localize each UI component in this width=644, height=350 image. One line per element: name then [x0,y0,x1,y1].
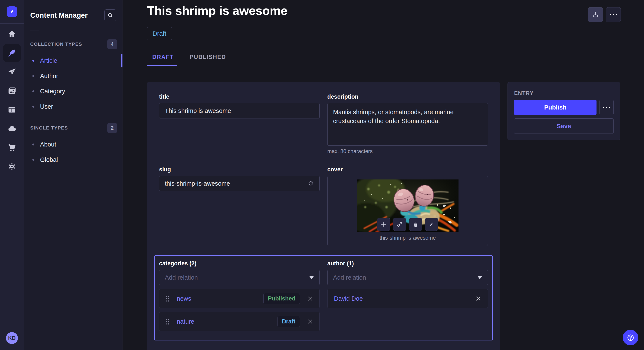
save-button[interactable]: Save [514,118,614,134]
relation-row-news: news Published [159,289,320,308]
cover-field: cover [327,166,488,246]
bullet-icon [32,75,34,77]
close-icon [475,296,481,302]
active-nav-tile [3,44,21,62]
download-button[interactable] [588,7,603,22]
refresh-icon[interactable] [308,180,314,187]
bullet-icon [32,144,34,146]
bullet-icon [32,90,34,92]
bullet-icon [32,159,34,161]
description-field-label: description [327,94,488,100]
entry-panel-title: ENTRY [514,90,614,96]
cloud-icon[interactable] [0,119,24,138]
header-actions [588,7,621,22]
send-icon[interactable] [0,62,24,81]
categories-field: categories (2) Add relation news Publish… [159,260,320,331]
single-types-count-badge: 2 [107,123,117,133]
bullet-icon [32,60,34,62]
publish-button[interactable]: Publish [514,100,596,115]
more-options-button[interactable] [606,7,621,22]
slug-field: slug this-shrimp-is-awesome [159,166,320,246]
title-input[interactable]: This shrimp is awesome [159,103,320,118]
relation-name[interactable]: nature [177,318,194,325]
chevron-down-icon [478,276,482,279]
entry-more-options-button[interactable] [600,100,614,115]
author-add-relation-select[interactable]: Add relation [327,270,488,285]
relation-name[interactable]: news [177,295,191,302]
relation-status-badge: Published [264,293,300,304]
drag-handle-icon[interactable] [166,319,169,325]
copy-link-button[interactable] [393,218,406,231]
trash-icon [412,221,419,227]
settings-gear-icon[interactable] [0,157,24,176]
marketplace-cart-icon[interactable] [0,138,24,157]
relations-highlight-box: categories (2) Add relation news Publish… [154,255,493,341]
relation-name[interactable]: David Doe [334,295,363,302]
rail-divider [0,23,24,24]
status-badge: Draft [147,27,172,40]
add-media-button[interactable] [377,218,390,231]
collection-types-count-badge: 4 [107,39,117,49]
chevron-down-icon [309,276,314,279]
cover-widget: this-shrimp-is-awesome [327,176,488,246]
sidebar-item-global[interactable]: Global [24,152,122,167]
relation-status-badge: Draft [278,316,300,327]
remove-relation-button[interactable] [307,296,313,302]
content-type-builder-icon[interactable] [0,100,24,119]
relation-row-nature: nature Draft [159,312,320,331]
remove-relation-button[interactable] [307,319,313,325]
title-field: title This shrimp is awesome [159,94,320,154]
cover-field-label: cover [327,166,488,173]
edit-media-button[interactable] [425,218,438,231]
subnav: Content Manager COLLECTION TYPES 4 Artic… [24,0,122,350]
close-icon [307,296,313,302]
title-field-label: title [159,94,320,100]
slug-input[interactable]: this-shrimp-is-awesome [159,176,320,191]
author-field-label: author (1) [327,260,488,267]
tab-draft[interactable]: DRAFT [147,54,179,64]
more-options-icon [603,107,610,108]
categories-add-relation-select[interactable]: Add relation [159,270,320,285]
sidebar-item-about[interactable]: About [24,137,122,152]
delete-media-button[interactable] [409,218,422,231]
main-content: This shrimp is awesome Draft DRAFT PUBLI… [123,0,644,350]
media-library-icon[interactable] [0,81,24,100]
active-tab-underline [147,65,177,66]
add-relation-placeholder: Add relation [165,274,198,281]
sidebar-item-user[interactable]: User [24,99,122,114]
title-input-value: This shrimp is awesome [165,107,231,114]
cover-actions [377,218,438,231]
slug-input-value: this-shrimp-is-awesome [165,180,230,187]
rail-nav [0,24,24,176]
remove-relation-button[interactable] [475,296,481,302]
description-hint: max. 80 characters [327,148,488,154]
collection-types-header: COLLECTION TYPES 4 [24,39,122,49]
drag-handle-icon[interactable] [166,296,169,302]
active-indicator-bar [121,54,122,67]
help-button[interactable] [623,330,638,345]
search-icon [108,12,113,18]
description-textarea[interactable]: Mantis shrimps, or stomatopods, are mari… [327,103,488,146]
categories-field-label: categories (2) [159,260,320,267]
description-field: description Mantis shrimps, or stomatopo… [327,94,488,154]
collection-types-list: Article Author Category User [24,53,122,114]
edit-form-card: title This shrimp is awesome description… [147,82,500,350]
cover-filename: this-shrimp-is-awesome [380,235,436,241]
subnav-title: Content Manager [30,11,88,19]
help-question-icon [626,334,635,342]
add-icon [380,221,387,227]
feather-icon [8,48,16,57]
content-manager-nav[interactable] [0,43,24,62]
sidebar-item-article[interactable]: Article [24,53,122,68]
search-button[interactable] [104,9,116,21]
rail-bottom-divider [0,326,24,326]
download-icon [592,11,599,18]
sidebar-item-category[interactable]: Category [24,84,122,99]
avatar[interactable]: KD [6,332,18,344]
sidebar-item-author[interactable]: Author [24,68,122,84]
strapi-logo-icon[interactable] [6,6,17,17]
more-options-icon [610,14,617,15]
entry-panel: ENTRY Publish Save [508,82,620,140]
home-icon[interactable] [0,24,24,43]
tab-published[interactable]: PUBLISHED [184,54,231,64]
